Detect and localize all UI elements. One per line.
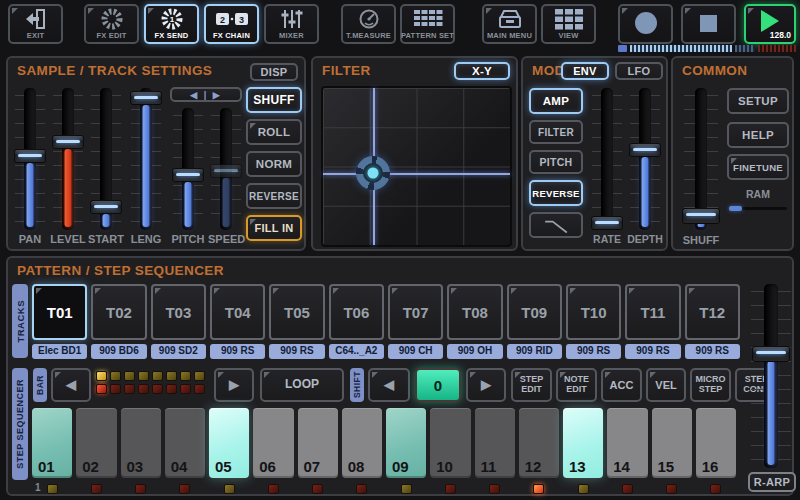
bar-flag-bottom-5[interactable] [166,384,177,394]
level-fader-cap[interactable] [52,135,84,149]
step-pad-12[interactable]: 13 [563,408,603,478]
step-flag-13[interactable] [622,484,633,494]
bar-flag-top-2[interactable] [124,371,135,381]
bar-flag-top-4[interactable] [152,371,163,381]
step-flag-5[interactable] [268,484,279,494]
track-tab-1[interactable]: T02 [91,284,146,340]
rate-fader-cap[interactable] [591,216,623,230]
bar-flag-bottom-6[interactable] [180,384,191,394]
record-button[interactable] [618,4,673,44]
track-tab-4[interactable]: T05 [269,284,324,340]
step-flag-6[interactable] [312,484,323,494]
exit-button[interactable]: EXIT [8,4,63,44]
leng-fader-cap[interactable] [130,91,162,105]
r-arp-button[interactable]: R-ARP [748,472,796,492]
step-flag-11[interactable] [533,484,544,494]
filter-xy-pad[interactable] [321,86,512,247]
step-flag-10[interactable] [489,484,500,494]
track-tab-7[interactable]: T08 [447,284,502,340]
track-tab-2[interactable]: T03 [151,284,206,340]
rate-fader[interactable] [589,88,625,230]
pitch-fader-cap[interactable] [172,168,204,182]
step-flag-14[interactable] [666,484,677,494]
step-pad-10[interactable]: 11 [475,408,515,478]
bar-flag-top-1[interactable] [110,371,121,381]
step-pad-4[interactable]: 05 [209,408,249,478]
common-shuff-fader[interactable] [681,88,721,230]
step-pad-11[interactable]: 12 [519,408,559,478]
bar-prev-button[interactable]: ◀ [51,368,91,402]
acc-button[interactable]: ACC [601,368,642,402]
xy-mode-button[interactable]: X-Y [454,62,510,80]
step-pad-0[interactable]: 01 [32,408,72,478]
setup-button[interactable]: SETUP [727,88,789,114]
step-flag-2[interactable] [135,484,146,494]
step-flag-9[interactable] [445,484,456,494]
step-pad-14[interactable]: 15 [652,408,692,478]
step-pad-7[interactable]: 08 [342,408,382,478]
track-tab-11[interactable]: T12 [685,284,740,340]
step-flag-4[interactable] [224,484,235,494]
mod-reverse-button[interactable]: REVERSE [529,180,583,206]
view-button[interactable]: VIEW [541,4,596,44]
track-tab-6[interactable]: T07 [388,284,443,340]
track-tab-5[interactable]: T06 [329,284,384,340]
start-fader-cap[interactable] [90,200,122,214]
stop-button[interactable] [681,4,736,44]
finetune-button[interactable]: FINETUNE [727,154,789,180]
micro-step-button[interactable]: MICRO STEP [690,368,731,402]
seq-level-fader[interactable] [748,284,794,468]
shift-next-button[interactable]: ▶ [466,368,506,402]
t-measure-button[interactable]: T.MEASURE [341,4,396,44]
track-tab-9[interactable]: T10 [566,284,621,340]
main-menu-button[interactable]: MAIN MENU [482,4,537,44]
step-flag-15[interactable] [710,484,721,494]
step-flag-0[interactable] [47,484,58,494]
step-pad-3[interactable]: 04 [165,408,205,478]
bar-flag-top-0[interactable] [96,371,107,381]
bar-flag-bottom-1[interactable] [110,384,121,394]
step-flag-8[interactable] [401,484,412,494]
level-fader[interactable] [50,88,86,230]
step-pad-6[interactable]: 07 [298,408,338,478]
env-shape-button[interactable] [529,212,583,238]
lfo-tab[interactable]: LFO [615,62,663,80]
step-pad-13[interactable]: 14 [607,408,647,478]
common-shuff-fader-cap[interactable] [682,208,720,224]
step-pad-15[interactable]: 16 [696,408,736,478]
speed-fader-cap[interactable] [210,164,242,178]
seq-level-fader-cap[interactable] [752,346,790,362]
bar-flag-top-5[interactable] [166,371,177,381]
norm-button[interactable]: NORM [246,151,302,177]
pan-fader-cap[interactable] [14,149,46,163]
mod-pitch-button[interactable]: PITCH [529,150,583,174]
track-tab-8[interactable]: T09 [507,284,562,340]
mod-filter-button[interactable]: FILTER [529,120,583,144]
help-button[interactable]: HELP [727,122,789,148]
shift-prev-button[interactable]: ◀ [368,368,410,402]
bar-flag-bottom-3[interactable] [138,384,149,394]
fx-chain-button[interactable]: 2 3 FX CHAIN [204,4,259,44]
reverse-button[interactable]: REVERSE [246,183,302,209]
shuff-button[interactable]: SHUFF [246,87,302,113]
step-edit-button[interactable]: STEP EDIT [511,368,552,402]
bar-flag-bottom-0[interactable] [96,384,107,394]
bar-next-button[interactable]: ▶ [214,368,254,402]
speed-fader[interactable] [208,108,244,230]
xy-puck[interactable] [356,156,390,190]
play-button[interactable]: 128.0 [744,4,796,44]
fillin-button[interactable]: FILL IN [246,215,302,241]
pitch-fader[interactable] [170,108,206,230]
step-pad-9[interactable]: 10 [430,408,470,478]
depth-fader[interactable] [627,88,663,230]
step-flag-12[interactable] [578,484,589,494]
bar-flag-top-3[interactable] [138,371,149,381]
env-tab[interactable]: ENV [561,62,609,80]
leng-fader[interactable] [128,88,164,230]
step-pad-2[interactable]: 03 [121,408,161,478]
step-pad-5[interactable]: 06 [253,408,293,478]
step-flag-7[interactable] [356,484,367,494]
disp-button[interactable]: DISP [250,63,298,81]
sample-nudge-button[interactable]: ◀ | ▶ [170,87,242,102]
mixer-button[interactable]: MIXER [264,4,319,44]
